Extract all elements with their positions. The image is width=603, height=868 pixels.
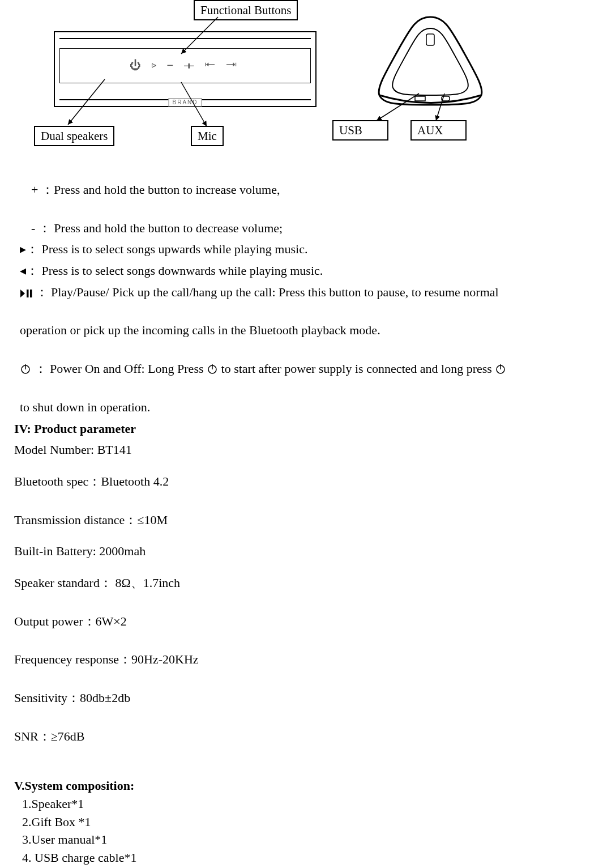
param-battery: Built-in Battery: 2000mah: [14, 543, 589, 560]
param-sensitivity: Sensitivity：80db±2db: [14, 690, 589, 707]
diagram-area: Functional Buttons ⏻ ▷ − ＋ ⭰ ⭲ BRAND Dua…: [14, 0, 589, 153]
control-plus: + ：Press and hold the button to increase…: [31, 181, 589, 198]
param-snr: SNR：≥76dB: [14, 728, 589, 745]
button-row-icons: ⏻ ▷ − ＋ ⭰ ⭲: [55, 58, 315, 73]
control-play-pause-text-1: ： Play/Pause/ Pick up the call/hang up t…: [36, 285, 499, 299]
brand-tag: BRAND: [168, 98, 202, 107]
control-minus: - ： Press and hold the button to decreas…: [31, 220, 589, 237]
label-usb: USB: [332, 120, 388, 141]
composition-item-2: 2.Gift Box *1: [22, 814, 589, 831]
param-model: Model Number: BT141: [14, 441, 589, 458]
control-power-prefix: ： Power On and Off: Long Press: [35, 361, 207, 376]
speaker-side-view: [365, 11, 495, 108]
body-text: + ：Press and hold the button to increase…: [14, 164, 589, 866]
control-prev: ◂： Press is to select songs downwards wh…: [20, 262, 589, 279]
control-power: ： Power On and Off: Long Press to start …: [20, 360, 589, 377]
section-v-title: V.System composition:: [14, 777, 589, 794]
control-power-mid: to start after power supply is connected…: [221, 361, 495, 376]
label-dual-speakers: Dual speakers: [34, 126, 114, 146]
composition-item-1: 1.Speaker*1: [22, 795, 589, 812]
svg-rect-4: [442, 96, 450, 101]
svg-rect-5: [426, 34, 434, 45]
power-icon: [20, 362, 31, 373]
control-play-pause-text-2: operation or pick up the incoming calls …: [20, 322, 589, 339]
svg-rect-3: [415, 96, 425, 101]
composition-item-3: 3.User manual*1: [22, 831, 589, 848]
param-distance: Transmission distance：≤10M: [14, 512, 589, 529]
label-aux: AUX: [410, 120, 467, 141]
power-icon: [207, 362, 218, 373]
control-next: ▸： Press is to select songs upwards whil…: [20, 241, 589, 258]
param-bt-spec: Bluetooth spec：Bluetooth 4.2: [14, 473, 589, 490]
param-speaker-std: Speaker standard： 8Ω、1.7inch: [14, 575, 589, 592]
svg-rect-9: [30, 290, 32, 297]
label-functional-buttons: Functional Buttons: [194, 0, 298, 20]
composition-item-4: 4. USB charge cable*1: [22, 849, 589, 866]
control-play-pause: ： Play/Pause/ Pick up the call/hang up t…: [20, 284, 589, 301]
control-power-tail: to shut down in operation.: [20, 399, 589, 416]
param-freq: Frequencey response：90Hz-20KHz: [14, 651, 589, 668]
param-output: Output power：6W×2: [14, 613, 589, 630]
section-iv-title: IV: Product parameter: [14, 420, 589, 437]
svg-rect-8: [27, 290, 29, 297]
play-pause-icon: [20, 289, 32, 298]
power-icon: [495, 362, 506, 373]
speaker-front-view: ⏻ ▷ − ＋ ⭰ ⭲ BRAND: [54, 31, 317, 107]
label-mic: Mic: [191, 126, 224, 146]
